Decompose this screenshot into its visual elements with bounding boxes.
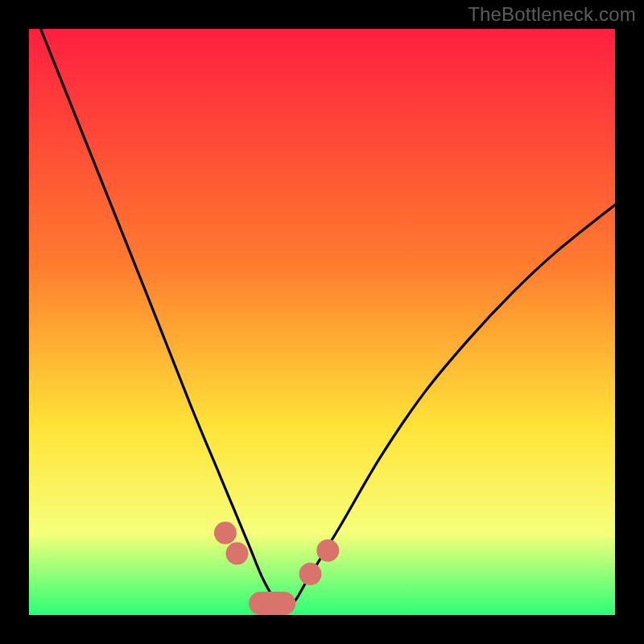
marker-dot	[316, 539, 339, 562]
chart-frame: { "attribution": "TheBottleneck.com", "c…	[0, 0, 644, 644]
marker-dot	[225, 543, 248, 565]
marker-dot	[299, 563, 321, 585]
marker-dot	[214, 522, 237, 544]
plot-background	[29, 29, 615, 615]
bottleneck-chart	[0, 0, 644, 644]
attribution-text: TheBottleneck.com	[468, 3, 636, 26]
marker-pill	[249, 592, 295, 615]
